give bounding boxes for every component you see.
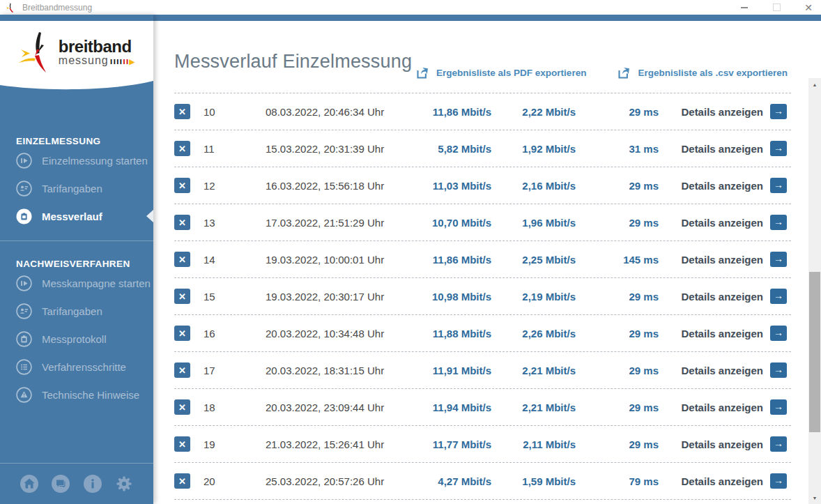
sidebar-item-verfahrensschritte[interactable]: Verfahrensschritte [0,353,153,381]
details-link[interactable]: Details anzeigen [659,438,770,450]
row-ping-value: 29 ms [576,365,659,376]
delete-row-button[interactable]: ✕ [174,436,190,452]
scrollbar-down-arrow[interactable]: ▼ [808,493,821,503]
gear-icon[interactable] [114,474,134,494]
row-index: 18 [204,402,266,413]
delete-row-button[interactable]: ✕ [174,473,190,489]
export-csv-link[interactable]: Ergebnisliste als .csv exportieren [617,66,788,80]
sidebar-item-messverlauf[interactable]: Messverlauf [0,202,153,230]
info-icon[interactable] [83,474,102,494]
row-download-value: 10,70 Mbit/s [391,217,491,229]
sidebar-item-label: Technische Hinweise [42,389,139,401]
row-datetime: 17.03.2022, 21:51:29 Uhr [266,217,391,229]
details-link[interactable]: Details anzeigen [659,402,770,413]
scrollbar-up-arrow[interactable]: ▲ [808,79,821,89]
delete-row-button[interactable]: ✕ [174,326,190,341]
details-link[interactable]: Details anzeigen [659,106,770,118]
row-upload-value: 2,21 Mbit/s [491,365,576,376]
scrollbar-thumb[interactable] [809,272,820,432]
details-link[interactable]: Details anzeigen [659,143,770,155]
person-circle-icon [16,181,32,197]
row-arrow-button[interactable]: → [770,326,787,341]
table-row: ✕ 10 08.03.2022, 20:46:34 Uhr 11,86 Mbit… [174,93,791,130]
export-pdf-link[interactable]: Ergebnisliste als PDF exportieren [415,66,586,80]
delete-row-button[interactable]: ✕ [174,104,190,119]
row-index: 15 [204,291,266,303]
sidebar-item-label: Messprotokoll [42,333,107,345]
row-download-value: 11,91 Mbit/s [391,365,491,376]
row-arrow-button[interactable]: → [770,399,787,415]
close-button[interactable]: ✕ [803,2,814,13]
table-row: ✕ 13 17.03.2022, 21:51:29 Uhr 10,70 Mbit… [174,204,791,241]
delete-row-button[interactable]: ✕ [174,178,190,193]
row-datetime: 19.03.2022, 20:30:17 Uhr [266,291,391,303]
row-ping-value: 145 ms [576,254,659,266]
sidebar-item-messkampagne-starten[interactable]: Messkampagne starten [0,269,153,297]
delete-row-button[interactable]: ✕ [174,141,190,156]
export-icon [617,66,631,80]
active-item-notch [146,210,153,222]
table-row: ✕ 11 15.03.2022, 20:31:39 Uhr 5,82 Mbit/… [174,130,791,167]
details-link[interactable]: Details anzeigen [659,180,770,192]
section-header-einzelmessung: EINZELMESSUNG [0,136,153,146]
row-download-value: 11,88 Mbit/s [391,328,491,339]
delete-row-button[interactable]: ✕ [174,399,190,415]
details-link[interactable]: Details anzeigen [659,217,770,229]
row-arrow-button[interactable]: → [770,178,787,193]
sidebar-item-label: Verfahrensschritte [42,361,126,373]
maximize-button[interactable] [771,2,782,13]
page-title: Messverlauf Einzelmessung [174,51,412,72]
table-row: ✕ 19 21.03.2022, 15:26:41 Uhr 11,77 Mbit… [174,426,791,463]
row-index: 12 [204,180,266,192]
details-link[interactable]: Details anzeigen [659,328,770,339]
details-link[interactable]: Details anzeigen [659,475,770,487]
details-link[interactable]: Details anzeigen [659,254,770,266]
details-link[interactable]: Details anzeigen [659,291,770,303]
row-index: 19 [204,438,266,450]
sidebar-item-label: Tarifangaben [42,183,102,194]
home-icon[interactable] [20,474,39,494]
warning-circle-icon [16,387,32,403]
list-circle-icon [16,359,32,375]
details-link[interactable]: Details anzeigen [659,365,770,376]
delete-row-button[interactable]: ✕ [174,362,190,378]
scrollbar[interactable]: ▲ ▼ [808,78,821,504]
row-arrow-button[interactable]: → [770,215,787,230]
row-arrow-button[interactable]: → [770,289,787,304]
table-row: ✕ 18 20.03.2022, 23:09:44 Uhr 11,94 Mbit… [174,389,791,426]
minimize-button[interactable] [739,2,750,13]
sidebar-item-technische-hinweise[interactable]: Technische Hinweise [0,381,153,408]
row-arrow-button[interactable]: → [770,436,787,452]
row-ping-value: 29 ms [576,402,659,413]
row-download-value: 4,27 Mbit/s [391,475,491,487]
row-index: 20 [204,475,266,487]
row-arrow-button[interactable]: → [770,252,787,267]
row-index: 13 [204,217,266,229]
main-content: Messverlauf Einzelmessung Ergebnisliste … [153,21,821,504]
row-ping-value: 29 ms [576,438,659,450]
sidebar-item-tarifangaben-1[interactable]: Tarifangaben [0,174,153,202]
row-upload-value: 2,11 Mbit/s [491,438,576,450]
sidebar-item-einzelmessung-starten[interactable]: Einzelmessung starten [0,146,153,174]
table-row: ✕ 16 20.03.2022, 10:34:48 Uhr 11,88 Mbit… [174,315,791,352]
row-arrow-button[interactable]: → [770,473,787,489]
sidebar-divider [0,240,153,241]
clipboard-circle-icon [16,331,32,347]
chat-icon[interactable] [51,474,70,494]
delete-row-button[interactable]: ✕ [174,252,190,267]
row-upload-value: 2,22 Mbit/s [491,106,576,118]
table-row: ✕ 17 20.03.2022, 18:31:15 Uhr 11,91 Mbit… [174,352,791,389]
row-download-value: 10,98 Mbit/s [391,291,491,303]
row-arrow-button[interactable]: → [770,362,787,378]
row-arrow-button[interactable]: → [770,141,787,156]
sidebar-item-label: Messverlauf [42,211,102,222]
sidebar-item-messprotokoll[interactable]: Messprotokoll [0,325,153,353]
play-circle-icon [16,275,32,291]
row-datetime: 15.03.2022, 20:31:39 Uhr [266,143,391,155]
app-window: Breitbandmessung ✕ breitband [0,0,821,504]
sidebar-item-tarifangaben-2[interactable]: Tarifangaben [0,297,153,325]
row-download-value: 11,86 Mbit/s [391,254,491,266]
delete-row-button[interactable]: ✕ [174,215,190,230]
row-arrow-button[interactable]: → [770,104,787,119]
delete-row-button[interactable]: ✕ [174,289,190,304]
